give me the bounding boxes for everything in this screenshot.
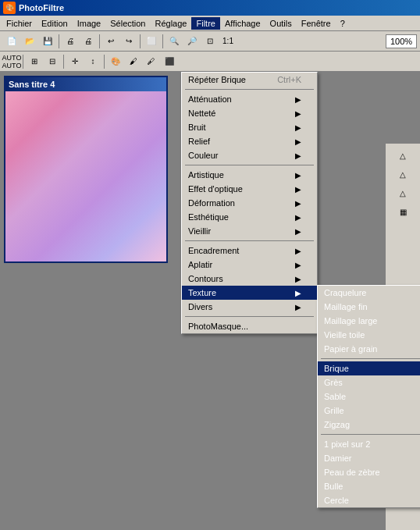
- submenu-peau-zebre[interactable]: Peau de zèbre: [318, 465, 420, 479]
- menu-photomasque[interactable]: PhotoMasque...: [182, 319, 317, 333]
- menu-selection[interactable]: Sélection: [105, 17, 150, 30]
- document-title-bar: Sans titre 4: [5, 77, 166, 91]
- color2-button[interactable]: 🖌: [125, 53, 142, 70]
- app-title: PhotoFiltre: [19, 3, 64, 12]
- submenu-vieille-toile[interactable]: Vieille toile: [318, 328, 420, 342]
- menu-repeter[interactable]: Répéter Brique Ctrl+K: [182, 73, 317, 87]
- menu-help[interactable]: ?: [336, 17, 350, 30]
- texture-submenu: Craquelure Maillage fin Maillage large V…: [317, 285, 420, 508]
- submenu-zigzag[interactable]: Zigzag: [318, 418, 420, 432]
- submenu-pixel-sur-2[interactable]: 1 pixel sur 2: [318, 437, 420, 451]
- document-window: Sans titre 4: [4, 76, 168, 263]
- move-button[interactable]: ✛: [66, 53, 84, 70]
- menu-contours[interactable]: Contours ▶: [182, 272, 317, 286]
- sep3: [185, 240, 314, 241]
- menu-filtre[interactable]: Filtre: [191, 17, 219, 30]
- menu-fichier[interactable]: Fichier: [2, 17, 37, 30]
- zoom-out-button[interactable]: 🔍: [166, 33, 183, 50]
- menu-relief[interactable]: Relief ▶: [182, 134, 317, 148]
- menu-esthetique[interactable]: Esthétique ▶: [182, 210, 317, 224]
- color4-button[interactable]: ⬛: [161, 53, 178, 70]
- select1-button[interactable]: ⊞: [26, 53, 43, 70]
- menu-affichage[interactable]: Affichage: [220, 17, 265, 30]
- toolbar-sep-4: [162, 34, 163, 48]
- submenu-grille[interactable]: Grille: [318, 404, 420, 418]
- toolbar-secondary: AUTOAUTO ⊞ ⊟ ✛ ↕ 🎨 🖌 🖋 ⬛: [0, 52, 420, 72]
- menu-outils[interactable]: Outils: [265, 17, 297, 30]
- new-button[interactable]: 📄: [3, 33, 20, 50]
- menu-deformation[interactable]: Déformation ▶: [182, 196, 317, 210]
- filtre-dropdown: Répéter Brique Ctrl+K Atténuation ▶ Nett…: [181, 72, 318, 334]
- menu-artistique[interactable]: Artistique ▶: [182, 168, 317, 182]
- submenu-craquelure[interactable]: Craquelure: [318, 286, 420, 300]
- menu-texture[interactable]: Texture ▶ Craquelure Maillage fin Mailla…: [182, 286, 317, 300]
- toolbar-sep-2: [99, 34, 100, 48]
- submenu-damier[interactable]: Damier: [318, 451, 420, 465]
- copy-button[interactable]: ⬜: [143, 33, 160, 50]
- menu-effet-optique[interactable]: Effet d'optique ▶: [182, 182, 317, 196]
- toolbar2-sep-2: [63, 55, 64, 69]
- menu-aplatir[interactable]: Aplatir ▶: [182, 258, 317, 272]
- zoom-fit-button[interactable]: ⊡: [201, 33, 219, 50]
- title-bar: 🎨 PhotoFiltre: [0, 0, 420, 16]
- right-btn-3[interactable]: △: [394, 184, 411, 201]
- toolbar2-sep-1: [23, 55, 23, 69]
- toolbar-sep-1: [59, 34, 59, 48]
- sep4: [185, 316, 314, 317]
- select2-button[interactable]: ⊟: [44, 53, 61, 70]
- redo-button[interactable]: ↪: [120, 33, 137, 50]
- canvas-area: Sans titre 4 Répéter Brique Ctrl+K Attén…: [0, 72, 420, 530]
- submenu-sep1: [321, 358, 420, 359]
- menu-reglage[interactable]: Réglage: [151, 17, 192, 30]
- color3-button[interactable]: 🖋: [143, 53, 160, 70]
- sep2: [185, 165, 314, 165]
- menu-vieillir[interactable]: Vieillir ▶: [182, 224, 317, 238]
- submenu-sable[interactable]: Sable: [318, 389, 420, 404]
- menu-image[interactable]: Image: [73, 17, 106, 30]
- print-button[interactable]: 🖨: [62, 33, 79, 50]
- menu-edition[interactable]: Edition: [37, 17, 73, 30]
- save-button[interactable]: 💾: [39, 33, 56, 50]
- sep1: [185, 89, 314, 90]
- menu-encadrement[interactable]: Encadrement ▶: [182, 244, 317, 258]
- print2-button[interactable]: 🖨: [80, 33, 97, 50]
- submenu-maillage-fin[interactable]: Maillage fin: [318, 300, 420, 314]
- color1-button[interactable]: 🎨: [107, 53, 124, 70]
- undo-button[interactable]: ↩: [102, 33, 119, 50]
- submenu-maillage-large[interactable]: Maillage large: [318, 314, 420, 328]
- right-btn-1[interactable]: △: [394, 147, 411, 164]
- submenu-gres[interactable]: Grès: [318, 375, 420, 389]
- arrow-button[interactable]: ↕: [84, 53, 101, 70]
- menu-bar: Fichier Edition Image Sélection Réglage …: [0, 16, 420, 31]
- toolbar-main: 📄 📂 💾 🖨 🖨 ↩ ↪ ⬜ 🔍 🔎 ⊡ 1:1: [0, 31, 420, 52]
- menu-nettete[interactable]: Netteté ▶: [182, 106, 317, 120]
- app-icon: 🎨: [3, 2, 16, 14]
- menu-fenetre[interactable]: Fenêtre: [297, 17, 336, 30]
- toolbar-sep-3: [140, 34, 141, 48]
- zoom-input[interactable]: [386, 34, 417, 48]
- auto-button[interactable]: AUTOAUTO: [3, 53, 20, 70]
- document-canvas: [5, 91, 166, 261]
- zoom-100-button[interactable]: 1:1: [219, 33, 237, 50]
- menu-couleur[interactable]: Couleur ▶: [182, 148, 317, 162]
- submenu-sep2: [321, 434, 420, 435]
- submenu-cercle[interactable]: Cercle: [318, 493, 420, 507]
- submenu-papier-grain[interactable]: Papier à grain: [318, 342, 420, 356]
- right-btn-2[interactable]: △: [394, 165, 411, 183]
- right-btn-4[interactable]: ▦: [394, 203, 411, 220]
- submenu-brique[interactable]: Brique: [318, 361, 420, 375]
- open-button[interactable]: 📂: [21, 33, 38, 50]
- zoom-in-button[interactable]: 🔎: [183, 33, 201, 50]
- toolbar2-sep-3: [104, 55, 105, 69]
- submenu-bulle[interactable]: Bulle: [318, 479, 420, 493]
- menu-divers[interactable]: Divers ▶: [182, 300, 317, 314]
- menu-attenuation[interactable]: Atténuation ▶: [182, 92, 317, 106]
- menu-bruit[interactable]: Bruit ▶: [182, 120, 317, 134]
- document-title: Sans titre 4: [9, 80, 55, 89]
